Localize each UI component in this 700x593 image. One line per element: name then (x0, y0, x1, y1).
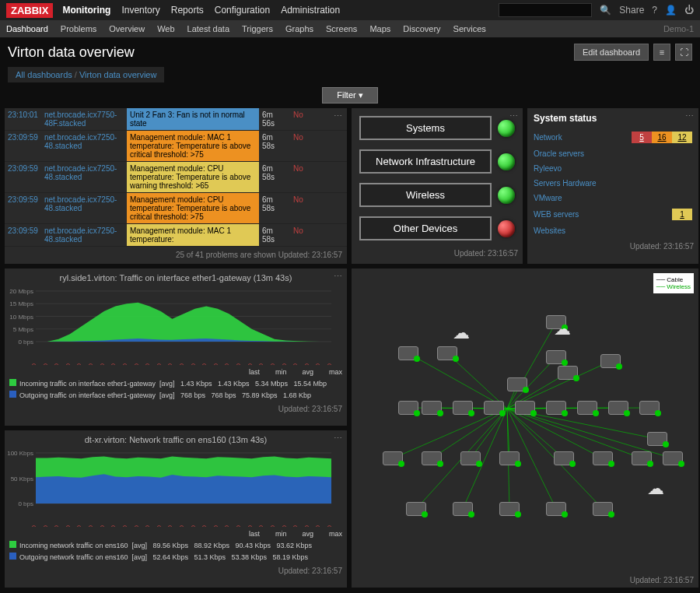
svg-text:15:53:30: 15:53:30 (53, 363, 60, 365)
category-button[interactable]: Wireless (359, 183, 492, 207)
widget-menu-icon[interactable]: ⋯ (509, 111, 518, 121)
problems-footer: 25 of 41 problems are shown Updated: 23:… (5, 247, 347, 262)
sec-dashboard[interactable]: Dashboard (6, 24, 48, 33)
category-button[interactable]: Systems (359, 116, 492, 140)
sec-triggers[interactable]: Triggers (242, 24, 273, 33)
system-status-row[interactable]: WEB servers1 (527, 205, 698, 223)
svg-text:15:58:30: 15:58:30 (166, 363, 173, 365)
power-icon[interactable]: ⏻ (684, 5, 694, 16)
nav-administration[interactable]: Administration (281, 5, 340, 16)
user-icon[interactable]: 👤 (665, 5, 677, 16)
search-input[interactable] (499, 3, 592, 17)
widget-menu-icon[interactable]: ⋯ (334, 433, 342, 444)
status-led-icon (498, 220, 515, 237)
logo[interactable]: ZABBIX (6, 3, 53, 18)
list-view-icon[interactable]: ≡ (653, 44, 670, 61)
widget-menu-icon[interactable]: ⋯ (685, 111, 694, 121)
svg-text:15:56:00: 15:56:00 (110, 525, 117, 527)
svg-text:16:02:00: 16:02:00 (247, 363, 254, 365)
svg-text:15:56:30: 15:56:30 (121, 363, 128, 365)
sec-discovery[interactable]: Discovery (403, 24, 440, 33)
problem-row[interactable]: 23:09:59 net.brocade.icx7250-48.stacked … (5, 162, 347, 193)
node-status-icon (593, 410, 599, 416)
svg-text:15:58:00: 15:58:00 (156, 363, 163, 365)
svg-text:15:53:00: 15:53:00 (42, 363, 49, 365)
nav-monitoring[interactable]: Monitoring (62, 5, 110, 16)
sec-screens[interactable]: Screens (326, 24, 357, 33)
sec-maps[interactable]: Maps (369, 24, 390, 33)
cloud-icon: ☁ (453, 323, 470, 343)
svg-line-59 (507, 409, 642, 458)
filter-button[interactable]: Filter ▾ (322, 87, 378, 104)
svg-text:16:04:00: 16:04:00 (292, 363, 299, 365)
svg-text:15:55:30: 15:55:30 (99, 525, 106, 527)
node-status-icon (562, 360, 568, 366)
svg-text:16:04:00: 16:04:00 (292, 525, 299, 527)
legend-row: Outgoing traffic on interface ether1-gat… (5, 389, 347, 401)
svg-text:15:54:30: 15:54:30 (75, 525, 82, 527)
svg-text:15:55:30: 15:55:30 (99, 363, 106, 365)
fullscreen-icon[interactable]: ⛶ (675, 44, 692, 61)
widget-menu-icon[interactable]: ⋯ (334, 272, 342, 282)
node-status-icon (624, 410, 630, 416)
system-status-widget: ⋯ System status Network51612Oracle serve… (527, 108, 698, 264)
help-icon[interactable]: ? (652, 5, 657, 16)
svg-text:16:05:00: 16:05:00 (314, 525, 321, 527)
chart2-footer: Updated: 23:16:57 (5, 563, 347, 578)
node-status-icon (414, 356, 420, 362)
status-badge[interactable]: 1 (672, 209, 692, 220)
svg-text:15:53:00: 15:53:00 (42, 525, 49, 527)
system-status-row[interactable]: Oracle servers (527, 146, 698, 161)
problem-row[interactable]: 23:09:59 net.brocade.icx7250-48.stacked … (5, 131, 347, 162)
system-status-row[interactable]: VMware (527, 191, 698, 205)
svg-text:15:57:00: 15:57:00 (133, 525, 140, 527)
node-status-icon (608, 511, 614, 518)
svg-text:16:03:30: 16:03:30 (281, 363, 288, 365)
svg-text:16:03:00: 16:03:00 (269, 525, 276, 527)
sec-problems[interactable]: Problems (61, 24, 96, 33)
status-led-icon (498, 187, 515, 204)
sec-web[interactable]: Web (157, 24, 174, 33)
svg-marker-103 (36, 474, 331, 504)
status-badge[interactable]: 16 (652, 132, 672, 143)
sec-overview[interactable]: Overview (109, 24, 145, 33)
network-map[interactable]: ── Cable ── Wireless ☁ ☁ ☁ (352, 268, 698, 572)
svg-text:15:57:00: 15:57:00 (133, 363, 140, 365)
svg-text:0 bps: 0 bps (18, 339, 33, 346)
problem-row[interactable]: 23:09:59 net.brocade.icx7250-48.stacked … (5, 224, 347, 247)
problem-row[interactable]: 23:10:01 net.brocade.icx7750-48F.stacked… (5, 108, 347, 131)
share-button[interactable]: Share (619, 5, 644, 16)
nav-reports[interactable]: Reports (171, 5, 204, 16)
map-widget: ⋯ ── Cable ── Wireless ☁ ☁ ☁ Updated: 23… (352, 268, 698, 588)
node-status-icon (437, 461, 443, 467)
svg-text:16:03:30: 16:03:30 (281, 525, 288, 527)
category-button[interactable]: Network Infrastructure (359, 149, 492, 174)
svg-text:20 Mbps: 20 Mbps (9, 288, 33, 295)
sec-latestdata[interactable]: Latest data (187, 24, 229, 33)
crumb-current[interactable]: Virton data overview (79, 70, 156, 79)
nav-inventory[interactable]: Inventory (121, 5, 159, 16)
svg-text:16:05:30: 16:05:30 (326, 363, 333, 365)
status-badge[interactable]: 5 (632, 132, 652, 143)
svg-text:15:54:00: 15:54:00 (65, 525, 72, 527)
edit-dashboard-button[interactable]: Edit dashboard (574, 44, 649, 61)
category-button[interactable]: Other Devices (359, 216, 492, 240)
category-row: Network Infrastructure (352, 145, 523, 178)
widget-menu-icon[interactable]: ⋯ (334, 111, 342, 121)
topnav: Monitoring Inventory Reports Configurati… (62, 5, 340, 16)
crumb-all[interactable]: All dashboards (16, 70, 72, 79)
status-badge[interactable]: 12 (672, 132, 692, 143)
nav-configuration[interactable]: Configuration (215, 5, 270, 16)
system-status-row[interactable]: Network51612 (527, 128, 698, 146)
system-status-row[interactable]: Ryleevo (527, 161, 698, 176)
system-status-row[interactable]: Servers Hardware (527, 176, 698, 191)
problem-row[interactable]: 23:09:59 net.brocade.icx7250-48.stacked … (5, 193, 347, 224)
legend-row: Incoming traffic on interface ether1-gat… (5, 377, 347, 389)
chart2-title: dt-xr.virton: Network traffic on ens160 … (5, 430, 347, 449)
search-icon[interactable]: 🔍 (600, 5, 611, 16)
topbar: ZABBIX Monitoring Inventory Reports Conf… (0, 0, 700, 20)
system-status-row[interactable]: Websites (527, 223, 698, 238)
sec-graphs[interactable]: Graphs (285, 24, 313, 33)
node-status-icon (468, 410, 474, 416)
sec-services[interactable]: Services (453, 24, 486, 33)
